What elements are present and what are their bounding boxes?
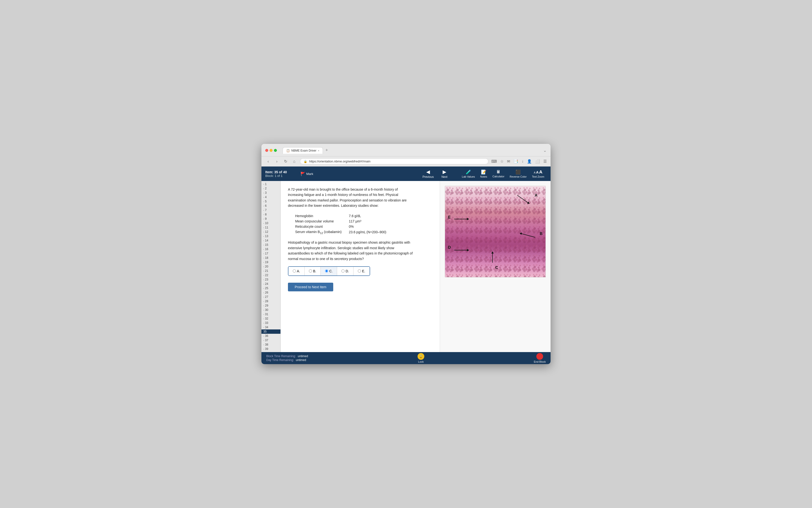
sidebar-item[interactable]: •37 (261, 338, 281, 342)
sidebar-item[interactable]: •5 (261, 199, 281, 204)
sidebar-item[interactable]: •21 (261, 269, 281, 273)
sidebar-dot: • (263, 265, 264, 268)
browser-addressbar: ‹ › ↻ ⌂ 🔒 https://orientation.nbme.org/w… (261, 157, 551, 167)
sidebar-item[interactable]: •1 (261, 182, 281, 186)
sidebar-item[interactable]: •24 (261, 282, 281, 286)
reverse-color-button[interactable]: ⬛ Reverse Color (507, 168, 529, 179)
bookmark-icon[interactable]: ☆ (500, 159, 504, 164)
arrowhead-c (491, 251, 494, 254)
forward-button[interactable]: › (274, 159, 280, 164)
choice-b[interactable]: B. (305, 267, 321, 276)
choice-a[interactable]: A. (289, 267, 305, 276)
radio-c[interactable] (325, 269, 328, 272)
tab-icon: 📋 (286, 149, 290, 152)
sidebar-item[interactable]: •31 (261, 312, 281, 316)
lab-values-label: Lab Values (462, 175, 475, 178)
sidebar-item[interactable]: •16 (261, 247, 281, 251)
sidebar-item[interactable]: •30 (261, 308, 281, 312)
back-button[interactable]: ‹ (265, 159, 271, 164)
sidebar-item[interactable]: •32 (261, 316, 281, 321)
choice-e-label: E. (362, 269, 365, 273)
sidebar-item[interactable]: •4 (261, 195, 281, 199)
reload-button[interactable]: ↻ (283, 159, 289, 164)
sidebar-item[interactable]: •17 (261, 251, 281, 256)
sidebar-dot: • (263, 335, 264, 337)
radio-d[interactable] (341, 269, 345, 272)
account-icon[interactable]: 👤 (527, 159, 532, 164)
sidebar-item[interactable]: •20 (261, 264, 281, 269)
sidebar-item[interactable]: •38 (261, 342, 281, 347)
choice-c[interactable]: C. (321, 267, 337, 276)
image-label-c: C (496, 265, 498, 270)
download-icon[interactable]: ↓ (522, 159, 523, 164)
sidebar-item[interactable]: •13 (261, 234, 281, 238)
translate-icon[interactable]: ⌨ (491, 159, 497, 164)
sidebar-dot: • (263, 305, 264, 307)
sidebar-item[interactable]: •34 (261, 325, 281, 330)
mail-icon[interactable]: ✉ (507, 159, 510, 164)
sidebar-item[interactable]: •8 (261, 212, 281, 217)
sidebar-item[interactable]: •3 (261, 190, 281, 195)
lab-values-button[interactable]: 🧪 Lab Values (460, 168, 477, 179)
notes-label: Notes (480, 175, 487, 178)
sidebar-item[interactable]: •28 (261, 299, 281, 303)
previous-button[interactable]: ◀ Previous (419, 168, 437, 180)
notes-button[interactable]: 📝 Notes (478, 168, 489, 179)
sidebar-item[interactable]: •33 (261, 321, 281, 325)
sidebar-item[interactable]: •14 (261, 238, 281, 243)
sidebar-item[interactable]: •7 (261, 208, 281, 212)
end-block-button[interactable]: End Block (534, 353, 546, 363)
close-window-button[interactable] (265, 149, 268, 152)
sidebar-dot: • (263, 326, 264, 329)
radio-b[interactable] (309, 269, 312, 272)
choice-d[interactable]: D. (337, 267, 353, 276)
sidebar-item[interactable]: •9 (261, 217, 281, 221)
sidebar-item[interactable]: •11 (261, 225, 281, 230)
next-button[interactable]: ▶ Next (438, 168, 451, 180)
sidebar-dot: • (263, 322, 264, 324)
choice-c-label: C. (329, 269, 333, 273)
sidebar-item[interactable]: •22 (261, 273, 281, 278)
minimize-window-button[interactable] (270, 149, 272, 152)
text-zoom-button[interactable]: A A A Text Zoom (529, 168, 547, 179)
proceed-button[interactable]: Proceed to Next Item (288, 283, 333, 291)
sidebar-item[interactable]: •18 (261, 256, 281, 260)
home-button[interactable]: ⌂ (291, 159, 297, 164)
new-tab-button[interactable]: + (323, 147, 330, 154)
sidebar-dot: • (263, 313, 264, 315)
sidebar-dot: • (263, 235, 264, 238)
radio-e[interactable] (358, 269, 361, 272)
arrow-e (454, 219, 467, 219)
menu-icon[interactable]: ☰ (543, 159, 547, 164)
sidebar-item[interactable]: •36 (261, 334, 281, 338)
extensions-icon[interactable]: ⬜ (535, 159, 540, 164)
address-bar[interactable]: 🔒 https://orientation.nbme.org/webfred/#… (300, 158, 488, 164)
sidebar-item[interactable]: •12 (261, 230, 281, 234)
reverse-color-icon: ⬛ (515, 169, 521, 175)
sidebar-item[interactable]: •2 (261, 186, 281, 190)
sidebar-item[interactable]: •6 (261, 204, 281, 208)
sidebar-item[interactable]: •26 (261, 290, 281, 295)
sidebar-item[interactable]: •27 (261, 295, 281, 299)
sidebar-item-active[interactable]: 35 (261, 330, 281, 334)
lock-label: Lock (418, 360, 424, 363)
sidebar-item[interactable]: •10 (261, 221, 281, 225)
browser-tab[interactable]: 📋 NBME Exam Driver × (283, 147, 323, 154)
mark-button[interactable]: 🚩 Mark (300, 172, 313, 176)
tab-close-button[interactable]: × (318, 149, 319, 152)
sidebar-item[interactable]: •39 (261, 347, 281, 351)
choice-e[interactable]: E. (353, 267, 369, 276)
maximize-window-button[interactable] (274, 149, 277, 152)
sidebar-item[interactable]: •19 (261, 260, 281, 264)
calculator-button[interactable]: 🖩 Calculator (490, 168, 507, 179)
lock-button[interactable]: 🔒 Lock (418, 353, 424, 363)
sidebar-item[interactable]: •23 (261, 278, 281, 282)
sidebar-item[interactable]: •15 (261, 243, 281, 247)
radio-a[interactable] (293, 269, 296, 272)
sidebar-dot: • (263, 253, 264, 255)
lab-row: Reticulocyte count 0% (295, 224, 386, 229)
reading-list-icon[interactable]: 📑 (513, 159, 518, 164)
sidebar-item[interactable]: •25 (261, 286, 281, 290)
lab-test-name: Serum vitamin B12 (cobalamin) (295, 229, 349, 235)
sidebar-item[interactable]: •29 (261, 303, 281, 308)
